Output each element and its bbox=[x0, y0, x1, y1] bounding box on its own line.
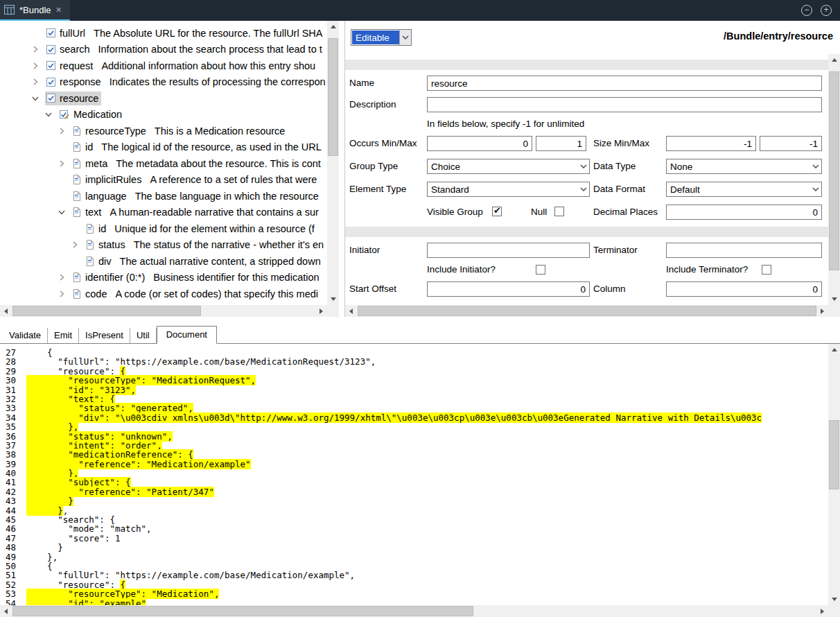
scroll-up-button[interactable] bbox=[828, 344, 840, 356]
panel-splitter[interactable] bbox=[339, 21, 344, 317]
maximize-button[interactable]: + bbox=[821, 5, 832, 16]
inspector-vertical-scrollbar[interactable] bbox=[828, 54, 840, 305]
tree-vertical-scrollbar[interactable] bbox=[327, 21, 339, 305]
tree-item-code[interactable]: codeA code (or set of codes) that specif… bbox=[0, 286, 327, 302]
tree-node[interactable]: implicitRules bbox=[71, 173, 144, 186]
tree-item-div[interactable]: divThe actual narrative content, a strip… bbox=[0, 253, 327, 270]
include-terminator-checkbox[interactable] bbox=[762, 265, 771, 275]
tree-node[interactable]: identifier (0:*) bbox=[71, 270, 148, 284]
column-input[interactable] bbox=[666, 281, 822, 297]
tree-node[interactable]: response bbox=[45, 75, 104, 89]
tree-node[interactable]: request bbox=[45, 59, 96, 73]
tree-item-language[interactable]: languageThe base language in which the r… bbox=[0, 188, 327, 205]
tree-node[interactable]: id bbox=[85, 222, 109, 236]
tree-node[interactable]: resourceType bbox=[71, 124, 149, 138]
data-type-dropdown[interactable]: None bbox=[666, 159, 822, 174]
element-tree[interactable]: fullUrlThe Absolute URL for the resource… bbox=[0, 21, 327, 305]
scroll-left-button[interactable] bbox=[0, 305, 12, 317]
document-tab-bundle[interactable]: *Bundle × bbox=[0, 0, 70, 21]
occurs-max-input[interactable] bbox=[536, 136, 586, 151]
tree-item-resource[interactable]: resource bbox=[0, 90, 327, 107]
scroll-thumb[interactable] bbox=[12, 606, 473, 616]
scroll-thumb[interactable] bbox=[358, 306, 816, 316]
scroll-up-button[interactable] bbox=[828, 54, 840, 66]
chevron-right-icon[interactable] bbox=[32, 62, 45, 69]
scroll-down-button[interactable] bbox=[828, 593, 840, 605]
tree-horizontal-scrollbar[interactable] bbox=[0, 305, 327, 317]
tree-item-medication[interactable]: Medication bbox=[0, 107, 327, 123]
document-horizontal-scrollbar[interactable] bbox=[0, 605, 828, 617]
minimize-button[interactable]: − bbox=[801, 5, 812, 16]
chevron-down-icon[interactable] bbox=[810, 182, 821, 196]
tree-node[interactable]: meta bbox=[71, 157, 110, 171]
tree-item-status[interactable]: statusThe status of the narrative - whet… bbox=[0, 237, 327, 254]
tree-node[interactable]: language bbox=[71, 189, 130, 203]
chevron-right-icon[interactable] bbox=[58, 160, 71, 167]
data-format-dropdown[interactable]: Default bbox=[666, 182, 822, 197]
document-code[interactable]: 27 {28 "fullUrl": "https://example.com/b… bbox=[0, 344, 828, 605]
tree-node[interactable]: text bbox=[71, 205, 104, 219]
visible-group-checkbox[interactable] bbox=[492, 207, 502, 216]
tree-node[interactable]: resource bbox=[45, 92, 101, 105]
chevron-right-icon[interactable] bbox=[58, 290, 71, 297]
scroll-thumb[interactable] bbox=[328, 38, 338, 156]
size-max-input[interactable] bbox=[760, 136, 822, 151]
tab-util[interactable]: Util bbox=[130, 328, 157, 343]
scroll-thumb[interactable] bbox=[829, 71, 839, 270]
scroll-down-button[interactable] bbox=[828, 293, 840, 305]
close-icon[interactable]: × bbox=[56, 5, 62, 15]
group-type-dropdown[interactable]: Choice bbox=[427, 159, 590, 174]
scroll-up-button[interactable] bbox=[327, 21, 339, 33]
chevron-down-icon[interactable] bbox=[577, 159, 589, 173]
tab-document[interactable]: Document bbox=[157, 326, 217, 344]
tree-node[interactable]: id bbox=[71, 140, 96, 154]
terminator-input[interactable] bbox=[666, 243, 822, 258]
chevron-right-icon[interactable] bbox=[32, 78, 45, 85]
chevron-right-icon[interactable] bbox=[32, 46, 45, 53]
inspector-horizontal-scrollbar[interactable] bbox=[345, 305, 828, 317]
tree-item-fullurl[interactable]: fullUrlThe Absolute URL for the resource… bbox=[0, 25, 327, 42]
tree-item-response[interactable]: responseIndicates the results of process… bbox=[0, 74, 327, 91]
chevron-down-icon[interactable] bbox=[810, 159, 821, 173]
chevron-down-icon[interactable] bbox=[45, 111, 58, 118]
tree-item-meta[interactable]: metaThe metadata about the resource. Thi… bbox=[0, 155, 327, 172]
chevron-down-icon[interactable] bbox=[58, 209, 71, 216]
tree-node[interactable]: div bbox=[85, 254, 114, 268]
occurs-min-input[interactable] bbox=[427, 136, 532, 151]
scroll-thumb[interactable] bbox=[12, 306, 201, 316]
chevron-right-icon[interactable] bbox=[71, 241, 85, 248]
tree-node[interactable]: search bbox=[45, 42, 93, 56]
tree-item-implicitrules[interactable]: implicitRulesA reference to a set of rul… bbox=[0, 172, 327, 189]
scroll-thumb[interactable] bbox=[829, 420, 839, 489]
document-vertical-scrollbar[interactable] bbox=[828, 344, 840, 605]
decimal-places-input[interactable] bbox=[666, 205, 822, 220]
edit-mode-dropdown[interactable]: Editable bbox=[351, 29, 412, 46]
tree-item-text[interactable]: textA human-readable narrative that cont… bbox=[0, 205, 327, 221]
tree-node[interactable]: status bbox=[85, 238, 128, 252]
chevron-down-icon[interactable] bbox=[577, 182, 589, 196]
null-checkbox[interactable] bbox=[554, 207, 564, 216]
chevron-right-icon[interactable] bbox=[58, 128, 71, 134]
element-type-dropdown[interactable]: Standard bbox=[427, 182, 590, 197]
tree-item-resourcetype[interactable]: resourceTypeThis is a Medication resourc… bbox=[0, 123, 327, 139]
size-min-input[interactable] bbox=[666, 136, 756, 151]
start-offset-input[interactable] bbox=[427, 281, 590, 297]
tab-ispresent[interactable]: IsPresent bbox=[79, 328, 130, 343]
tree-item-request[interactable]: requestAdditional information about how … bbox=[0, 58, 327, 74]
tree-item-search[interactable]: searchInformation about the search proce… bbox=[0, 42, 327, 58]
tab-emit[interactable]: Emit bbox=[48, 328, 79, 343]
chevron-down-icon[interactable] bbox=[32, 95, 45, 102]
chevron-down-icon[interactable] bbox=[399, 30, 411, 45]
scroll-left-button[interactable] bbox=[0, 605, 12, 617]
tree-item-id[interactable]: idUnique id for the element within a res… bbox=[0, 220, 327, 237]
tree-node[interactable]: fullUrl bbox=[45, 26, 88, 40]
name-input[interactable] bbox=[427, 76, 822, 91]
scroll-right-button[interactable] bbox=[816, 305, 828, 317]
scroll-down-button[interactable] bbox=[327, 293, 339, 305]
tree-node[interactable]: Medication bbox=[58, 107, 125, 121]
tab-validate[interactable]: Validate bbox=[3, 328, 48, 343]
tree-node[interactable]: code bbox=[71, 287, 110, 301]
tree-item-identifier-0[interactable]: identifier (0:*)Business identifier for … bbox=[0, 270, 327, 286]
scroll-right-button[interactable] bbox=[315, 305, 327, 317]
tree-item-id[interactable]: idThe logical id of the resource, as use… bbox=[0, 139, 327, 156]
